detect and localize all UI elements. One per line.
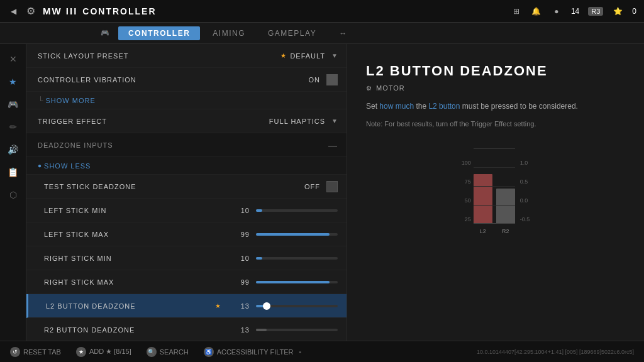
r2-deadzone-value: 13	[225, 326, 250, 334]
tab-controller-label: CONTROLLER	[128, 29, 190, 38]
left-stick-max-slider[interactable]	[256, 233, 338, 236]
right-stick-min-fill	[256, 257, 262, 260]
bar-r2-label: R2	[496, 226, 515, 235]
setting-row-l2-deadzone[interactable]: L2 BUTTON DEADZONE ★ 13	[26, 294, 347, 318]
info-desc: Set how much the L2 button must be press…	[366, 101, 625, 112]
setting-row-right-stick-min[interactable]: RIGHT STICK MIN 10	[26, 246, 347, 270]
add-star-label: ADD ★ [8/15]	[89, 348, 131, 356]
l2-deadzone-label: L2 BUTTON DEADZONE	[46, 302, 215, 310]
app-title: MW III CONTROLLER	[43, 6, 157, 16]
setting-row-showmore[interactable]: └ SHOW MORE	[26, 92, 347, 109]
sidebar-icon-0[interactable]: ✕	[4, 50, 23, 68]
profile-icon[interactable]: ●	[551, 6, 562, 17]
show-less-label[interactable]: SHOW LESS	[44, 162, 91, 170]
setting-row-left-stick-min[interactable]: LEFT STICK MIN 10	[26, 199, 347, 222]
search-action[interactable]: 🔍 SEARCH	[147, 347, 189, 357]
sidebar-icon-1[interactable]: ★	[4, 73, 23, 90]
desc-link2: L2 button	[428, 102, 460, 111]
sidebar-icon-6[interactable]: ⬡	[4, 186, 23, 204]
sidebar-icon-2[interactable]: 🎮	[4, 96, 23, 113]
bar-l2-label: L2	[474, 226, 492, 235]
setting-row-deadzone-section: DEADZONE INPUTS —	[26, 133, 347, 157]
deadzone-collapse-icon[interactable]: —	[328, 140, 338, 150]
desc-end: must be pressed to be considered.	[460, 102, 577, 111]
tab-extra[interactable]: ↔	[329, 26, 358, 40]
desc-link1: how much	[379, 102, 414, 111]
top-bar-left: ◀ ⚙ MW III CONTROLLER	[8, 6, 157, 17]
info-title: L2 BUTTON DEADZONE	[366, 63, 625, 79]
right-stick-max-value: 99	[225, 278, 250, 286]
rank-badge: R3	[588, 7, 603, 16]
setting-row-left-stick-max[interactable]: LEFT STICK MAX 99	[26, 222, 347, 246]
accessibility-label: ACCESSIBILITY FILTER	[217, 348, 294, 356]
left-stick-min-slider[interactable]	[256, 209, 338, 212]
l2-deadzone-value: 13	[225, 302, 250, 310]
stick-layout-label: STICK LAYOUT PRESET	[38, 52, 280, 60]
bottom-bar: ↺ RESET TAB ★ ADD ★ [8/15] 🔍 SEARCH ♿ AC…	[0, 341, 644, 362]
right-stick-max-label: RIGHT STICK MAX	[44, 278, 225, 286]
info-panel: L2 BUTTON DEADZONE ⚙ MOTOR Set how much …	[347, 44, 644, 341]
setting-row-vibration[interactable]: CONTROLLER VIBRATION ON	[26, 68, 347, 92]
sidebar-icon-3[interactable]: ✏	[4, 118, 23, 136]
notification-icon[interactable]: 🔔	[531, 6, 542, 17]
tab-aiming-label: AIMING	[213, 29, 245, 38]
chart-bar-labels: L2 R2	[474, 226, 515, 235]
setting-row-trigger-effect[interactable]: TRIGGER EFFECT FULL HAPTICS ▼	[26, 109, 347, 133]
setting-row-r2-deadzone[interactable]: R2 BUTTON DEADZONE 13	[26, 318, 347, 341]
stick-layout-value: DEFAULT	[290, 52, 325, 60]
left-stick-min-fill	[256, 209, 262, 212]
right-stick-max-fill	[256, 281, 330, 283]
tab-aiming[interactable]: AIMING	[203, 26, 255, 40]
test-stick-toggle-box[interactable]	[326, 181, 338, 192]
grid-line-1	[474, 167, 515, 168]
r2-deadzone-slider[interactable]	[256, 329, 338, 331]
back-icon[interactable]: ◀	[8, 6, 19, 17]
info-note: Note: For best results, turn off the Tri…	[366, 119, 625, 129]
sidebar-icon-4[interactable]: 🔊	[4, 141, 23, 158]
tab-gameplay[interactable]: GAMEPLAY	[258, 26, 326, 40]
info-subtitle: ⚙ MOTOR	[366, 84, 625, 92]
r2-deadzone-label: R2 BUTTON DEADZONE	[44, 326, 225, 334]
showless-circle-icon: ●	[38, 162, 42, 169]
version-text: 10.0.10144407[42:295:1004+1:41] [005] [1…	[477, 349, 634, 355]
accessibility-action[interactable]: ♿ ACCESSIBILITY FILTER ▪	[204, 347, 302, 357]
star-icon[interactable]: ⭐	[612, 6, 623, 17]
grid-icon[interactable]: ⊞	[511, 6, 522, 17]
add-star-action[interactable]: ★ ADD ★ [8/15]	[76, 347, 131, 357]
test-stick-toggle[interactable]	[326, 181, 338, 192]
deadzone-section-label: DEADZONE INPUTS	[38, 141, 328, 149]
grid-line-top	[474, 148, 515, 149]
left-stick-max-fill	[256, 233, 330, 236]
setting-row-showless[interactable]: ● SHOW LESS	[26, 157, 347, 175]
setting-row-right-stick-max[interactable]: RIGHT STICK MAX 99	[26, 270, 347, 294]
controller-title: CONTROLLER	[82, 6, 156, 16]
setting-row-test-stick[interactable]: TEST STICK DEADZONE OFF	[26, 175, 347, 199]
accessibility-icon: ♿	[204, 347, 214, 357]
l2-deadzone-slider[interactable]	[256, 305, 338, 307]
bar-l2	[474, 174, 492, 223]
sidebar: ✕ ★ 🎮 ✏ 🔊 📋 ⬡	[0, 44, 26, 341]
setting-row-stick-layout[interactable]: STICK LAYOUT PRESET ★ DEFAULT ▼	[26, 44, 347, 68]
sidebar-icon-5[interactable]: 📋	[4, 163, 23, 181]
trigger-effect-label: TRIGGER EFFECT	[38, 118, 269, 125]
right-stick-min-slider[interactable]	[256, 257, 338, 260]
left-stick-min-label: LEFT STICK MIN	[44, 207, 225, 214]
reset-tab-action[interactable]: ↺ RESET TAB	[10, 347, 61, 357]
l2-deadzone-thumb	[263, 302, 270, 310]
trigger-effect-dropdown-icon: ▼	[331, 118, 338, 124]
vibration-toggle-box[interactable]	[326, 74, 338, 85]
desc-pre: Set	[366, 102, 379, 111]
info-subtitle-text: MOTOR	[376, 84, 405, 92]
right-stick-max-slider[interactable]	[256, 281, 338, 283]
vibration-toggle[interactable]	[326, 74, 338, 85]
settings-icon[interactable]: ⚙	[25, 6, 36, 17]
bar-l2-fill	[474, 174, 492, 223]
top-bar: ◀ ⚙ MW III CONTROLLER ⊞ 🔔 ● 14 R3 ⭐ 0	[0, 0, 644, 23]
chart-bars	[474, 148, 515, 224]
settings-panel: STICK LAYOUT PRESET ★ DEFAULT ▼ CONTROLL…	[26, 44, 347, 341]
tab-controller[interactable]: CONTROLLER	[118, 26, 200, 40]
accessibility-extra: ▪	[299, 348, 301, 356]
search-icon: 🔍	[147, 347, 157, 357]
show-more-label[interactable]: SHOW MORE	[46, 97, 96, 104]
reset-tab-icon: ↺	[10, 347, 20, 357]
